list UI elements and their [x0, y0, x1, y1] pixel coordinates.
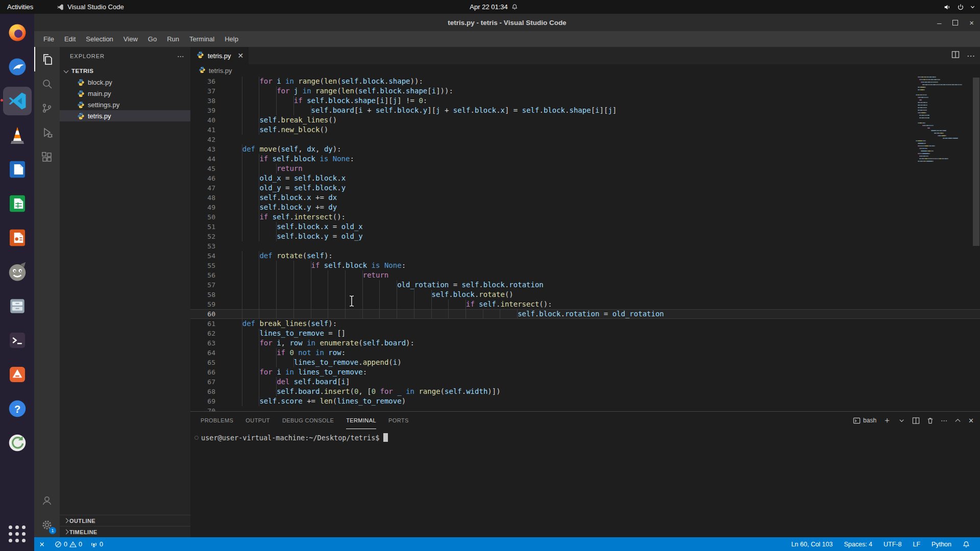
code-line-64[interactable]: 64if 0 not in row: — [190, 348, 980, 358]
dock-libreoffice-calc[interactable] — [3, 189, 32, 218]
code-line-61[interactable]: 61def break_lines(self): — [190, 319, 980, 329]
code-line-46[interactable]: 46old_x = self.block.x — [190, 173, 980, 183]
menu-help[interactable]: Help — [219, 33, 243, 45]
code-line-45[interactable]: 45return — [190, 164, 980, 173]
menu-file[interactable]: File — [38, 33, 59, 45]
code-line-69[interactable]: 69self.score += len(lines_to_remove) — [190, 396, 980, 406]
editor-more-actions-icon[interactable]: ⋯ — [967, 51, 975, 61]
project-section-header[interactable]: TETRIS — [60, 65, 190, 77]
terminal-dropdown-icon[interactable] — [898, 417, 905, 424]
dock-firefox[interactable] — [3, 18, 32, 47]
code-line-42[interactable]: 42 — [190, 135, 980, 144]
minimap[interactable] — [914, 77, 972, 411]
focused-app-indicator[interactable]: Visual Studio Code — [57, 3, 124, 11]
code-line-50[interactable]: 50if self.intersect(): — [190, 212, 980, 222]
menu-go[interactable]: Go — [143, 33, 162, 45]
more-actions-icon[interactable]: ⋯ — [177, 52, 184, 60]
menu-terminal[interactable]: Terminal — [184, 33, 219, 45]
activitybar-search[interactable] — [34, 71, 60, 96]
code-line-53[interactable]: 53 — [190, 241, 980, 251]
code-line-59[interactable]: 59if self.intersect(): — [190, 299, 980, 309]
remote-indicator[interactable] — [34, 537, 51, 551]
code-line-62[interactable]: 62lines_to_remove = [] — [190, 329, 980, 338]
file-settings-py[interactable]: settings.py — [60, 99, 190, 110]
menu-view[interactable]: View — [118, 33, 143, 45]
dock-vlc[interactable] — [3, 121, 32, 149]
close-panel-icon[interactable]: ✕ — [968, 417, 974, 424]
cursor-position[interactable]: Ln 60, Col 103 — [787, 541, 837, 548]
activitybar-source-control[interactable] — [34, 96, 60, 120]
code-line-65[interactable]: 65lines_to_remove.append(i) — [190, 358, 980, 367]
minimize-button[interactable]: – — [937, 19, 941, 27]
indentation-status[interactable]: Spaces: 4 — [840, 541, 876, 548]
code-line-56[interactable]: 56return — [190, 270, 980, 280]
dock-vscode[interactable] — [3, 87, 32, 115]
code-line-39[interactable]: 39self.board[i + self.block.y][j + self.… — [190, 106, 980, 115]
file-block-py[interactable]: block.py — [60, 77, 190, 88]
problems-status[interactable]: 0 0 — [51, 537, 86, 551]
code-viewport[interactable]: 36for i in range(len(self.block.shape)):… — [190, 77, 980, 411]
file-main-py[interactable]: main.py — [60, 88, 190, 99]
tab-close-icon[interactable]: ✕ — [238, 52, 244, 60]
code-line-52[interactable]: 52self.block.y = old_y — [190, 232, 980, 241]
panel-tab-terminal[interactable]: TERMINAL — [346, 412, 376, 429]
split-terminal-icon[interactable] — [912, 417, 920, 424]
code-line-58[interactable]: 58self.block.rotate() — [190, 290, 980, 299]
new-terminal-icon[interactable]: ＋ — [883, 415, 891, 426]
file-tetris-py[interactable]: tetris.py — [60, 110, 190, 121]
menu-selection[interactable]: Selection — [81, 33, 118, 45]
tab-tetris-py[interactable]: tetris.py ✕ — [190, 47, 249, 64]
dock-libreoffice-impress[interactable] — [3, 223, 32, 252]
dock-thunderbird[interactable] — [3, 53, 32, 81]
code-line-40[interactable]: 40self.break_lines() — [190, 115, 980, 125]
dock-terminal[interactable] — [3, 326, 32, 355]
maximize-panel-icon[interactable] — [954, 417, 962, 424]
code-line-47[interactable]: 47old_y = self.block.y — [190, 183, 980, 193]
activitybar-run-debug[interactable] — [34, 120, 60, 145]
code-line-38[interactable]: 38if self.block.shape[i][j] != 0: — [190, 96, 980, 106]
code-line-63[interactable]: 63for i, row in enumerate(self.board): — [190, 338, 980, 348]
dock-software-updater[interactable] — [3, 429, 32, 457]
code-line-60[interactable]: 60self.block.rotation = old_rotation — [190, 309, 980, 319]
editor-scrollbar[interactable] — [972, 77, 980, 411]
split-editor-icon[interactable] — [951, 51, 960, 61]
panel-tab-problems[interactable]: PROBLEMS — [201, 412, 233, 429]
timeline-section[interactable]: TIMELINE — [60, 526, 190, 537]
activitybar-explorer[interactable] — [34, 47, 60, 71]
panel-tab-ports[interactable]: PORTS — [388, 412, 409, 429]
code-line-51[interactable]: 51self.block.x = old_x — [190, 222, 980, 232]
code-line-43[interactable]: 43def move(self, dx, dy): — [190, 144, 980, 154]
close-button[interactable]: × — [969, 19, 974, 27]
notifications-bell[interactable] — [959, 541, 974, 548]
code-line-55[interactable]: 55if self.block is None: — [190, 261, 980, 270]
eol-status[interactable]: LF — [909, 541, 924, 548]
code-line-48[interactable]: 48self.block.x += dx — [190, 193, 980, 203]
code-line-41[interactable]: 41self.new_block() — [190, 125, 980, 135]
scrollbar-thumb[interactable] — [973, 78, 979, 246]
system-tray[interactable] — [943, 4, 975, 11]
shell-picker[interactable]: bash — [853, 417, 876, 424]
code-line-44[interactable]: 44if self.block is None: — [190, 154, 980, 164]
code-line-68[interactable]: 68self.board.insert(0, [0 for _ in range… — [190, 387, 980, 396]
breadcrumb[interactable]: tetris.py — [190, 64, 980, 77]
ports-status[interactable]: 0 — [86, 537, 107, 551]
code-line-67[interactable]: 67del self.board[i] — [190, 377, 980, 387]
kill-terminal-icon[interactable] — [926, 417, 934, 424]
activities-button[interactable]: Activities — [7, 3, 33, 11]
panel-more-actions-icon[interactable]: ⋯ — [941, 417, 947, 424]
menu-edit[interactable]: Edit — [59, 33, 81, 45]
dock-ubuntu-software[interactable] — [3, 360, 32, 389]
panel-tab-output[interactable]: OUTPUT — [246, 412, 270, 429]
code-line-49[interactable]: 49self.block.y += dy — [190, 203, 980, 212]
dock-gimp[interactable] — [3, 258, 32, 286]
dock-libreoffice-writer[interactable] — [3, 155, 32, 184]
activitybar-accounts[interactable] — [34, 488, 60, 513]
maximize-button[interactable] — [952, 20, 958, 26]
activitybar-extensions[interactable] — [34, 145, 60, 169]
dock-help[interactable]: ? — [3, 394, 32, 423]
code-line-66[interactable]: 66for i in lines_to_remove: — [190, 367, 980, 377]
terminal-area[interactable]: user@user-virtual-machine:~/Desktop/tetr… — [190, 429, 980, 537]
activitybar-manage[interactable]: 1 — [34, 513, 60, 537]
code-line-57[interactable]: 57old_rotation = self.block.rotation — [190, 280, 980, 290]
dock-show-applications[interactable] — [3, 519, 32, 548]
